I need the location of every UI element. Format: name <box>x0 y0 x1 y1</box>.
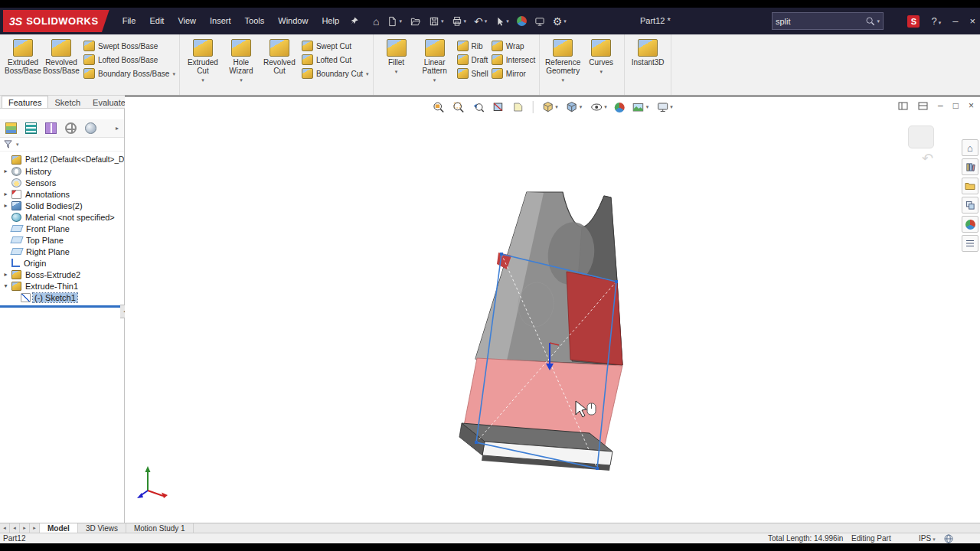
expand-icon[interactable]: ▸ <box>2 165 9 177</box>
panel-tabs-arrow-icon[interactable]: ▸ <box>116 125 119 132</box>
tab-scroll-first-icon[interactable]: ◂ <box>0 523 10 533</box>
ribbon-button-boundary-boss-base[interactable]: Boundary Boss/Base▾ <box>83 68 175 79</box>
apply-scene-icon[interactable]: ▾ <box>631 100 651 115</box>
graphics-area[interactable]: ▾ ▾ ▾ ▾ ▾ – □ <box>125 96 980 523</box>
menu-window[interactable]: Window <box>271 8 315 34</box>
tree-item-sensors[interactable]: Sensors <box>0 177 124 188</box>
ribbon-button-shell[interactable]: Shell <box>457 68 488 79</box>
propertymanager-tab-icon[interactable] <box>25 122 37 134</box>
menu-tools[interactable]: Tools <box>238 8 272 34</box>
expand-icon[interactable]: ▸ <box>2 188 9 200</box>
view-palette-icon[interactable] <box>962 197 978 214</box>
menu-view[interactable]: View <box>171 8 203 34</box>
exit-sketch-icon[interactable] <box>908 126 934 148</box>
zoom-area-icon[interactable] <box>450 99 466 115</box>
tab-sketch[interactable]: Sketch <box>48 96 87 108</box>
tree-root[interactable]: Part12 (Default<<Default>_Display State <box>0 154 124 165</box>
rollback-bar[interactable] <box>0 305 124 308</box>
status-units[interactable]: IPS▾ <box>919 534 936 544</box>
tree-item-solid-bodies[interactable]: ▸ Solid Bodies(2) <box>0 200 124 211</box>
tree-item-sketch1[interactable]: (-) Sketch1 <box>0 292 124 303</box>
ribbon-button-lofted-boss-base[interactable]: Lofted Boss/Base <box>83 54 175 65</box>
menu-edit[interactable]: Edit <box>142 8 171 34</box>
filter-caret-icon[interactable]: ▾ <box>16 142 19 148</box>
print-button[interactable]: ▾ <box>449 12 470 31</box>
hide-show-items-icon[interactable]: ▾ <box>588 99 609 115</box>
display-settings-button[interactable] <box>531 12 548 31</box>
home-button[interactable]: ⌂ <box>370 12 382 31</box>
ribbon-button-boundary-cut[interactable]: Boundary Cut▾ <box>302 68 369 79</box>
expand-icon[interactable]: ▸ <box>2 269 9 280</box>
menu-help[interactable]: Help <box>315 8 346 34</box>
doc-minimize-button[interactable]: – <box>938 100 943 111</box>
file-explorer-icon[interactable] <box>962 178 978 194</box>
ribbon-button-extruded-boss-base[interactable]: Extruded Boss/Base <box>4 37 42 75</box>
tab-features[interactable]: Features <box>2 96 48 108</box>
save-button[interactable]: ▾ <box>426 12 447 31</box>
tree-item-front-plane[interactable]: Front Plane <box>0 223 124 234</box>
tree-item-origin[interactable]: Origin <box>0 257 124 269</box>
new-document-button[interactable]: ▾ <box>384 12 405 31</box>
select-button[interactable]: ▾ <box>492 12 512 31</box>
ribbon-button-curves[interactable]: Curves ▾ <box>582 37 620 76</box>
edit-appearance-icon[interactable] <box>613 101 626 114</box>
undo-button[interactable]: ↶▾ <box>471 12 490 31</box>
ribbon-button-linear-pattern[interactable]: Linear Pattern ▾ <box>416 37 454 84</box>
display-style-icon[interactable]: ▾ <box>564 99 584 115</box>
view-orientation-icon[interactable]: ▾ <box>540 99 560 115</box>
featuremanager-tab-icon[interactable] <box>5 122 17 134</box>
tree-item-extrude-thin1[interactable]: ▾ Extrude-Thin1 <box>0 280 124 292</box>
tree-item-right-plane[interactable]: Right Plane <box>0 246 124 257</box>
search-icon[interactable] <box>865 16 875 26</box>
annotation-views-icon[interactable] <box>510 99 525 115</box>
tree-item-top-plane[interactable]: Top Plane <box>0 234 124 246</box>
ribbon-button-fillet[interactable]: Fillet ▾ <box>377 37 416 76</box>
doc-close-button[interactable]: × <box>969 100 974 111</box>
design-library-icon[interactable] <box>962 158 978 175</box>
options-button[interactable]: ⚙▾ <box>550 12 570 31</box>
pane-split-left-icon[interactable] <box>898 102 908 110</box>
ribbon-button-reference-geometry[interactable]: Reference Geometry ▾ <box>544 37 582 84</box>
ribbon-button-lofted-cut[interactable]: Lofted Cut <box>302 54 369 65</box>
tab-scroll-next-icon[interactable]: ▸ <box>20 523 30 533</box>
tab-motion-study-1[interactable]: Motion Study 1 <box>126 523 194 533</box>
tab-model[interactable]: Model <box>40 523 78 533</box>
tree-item-history[interactable]: ▸ History <box>0 165 124 177</box>
configurationmanager-tab-icon[interactable] <box>45 122 57 134</box>
ribbon-button-hole-wizard[interactable]: Hole Wizard ▾ <box>222 37 260 84</box>
appearances-scenes-icon[interactable] <box>962 216 978 233</box>
pane-split-top-icon[interactable] <box>918 102 928 110</box>
dimxpert-tab-icon[interactable] <box>65 122 77 134</box>
expand-icon[interactable]: ▸ <box>2 200 9 211</box>
section-view-icon[interactable] <box>490 99 505 115</box>
zoom-fit-icon[interactable] <box>430 99 446 115</box>
tree-item-annotations[interactable]: ▸ Annotations <box>0 188 124 200</box>
view-settings-icon[interactable]: ▾ <box>655 99 675 115</box>
ribbon-button-revolved-cut[interactable]: Revolved Cut <box>260 37 299 75</box>
collapse-icon[interactable]: ▾ <box>2 280 9 292</box>
ribbon-button-swept-boss-base[interactable]: Swept Boss/Base <box>83 41 175 51</box>
custom-properties-icon[interactable] <box>962 235 978 252</box>
tab-scroll-prev-icon[interactable]: ◂ <box>10 523 20 533</box>
minimize-button[interactable]: – <box>952 15 958 27</box>
open-button[interactable] <box>407 12 424 31</box>
pin-icon[interactable] <box>346 12 362 31</box>
model-selected-face-right[interactable] <box>567 272 622 365</box>
ribbon-button-wrap[interactable]: Wrap <box>492 41 535 51</box>
ribbon-button-draft[interactable]: Draft <box>457 54 488 65</box>
close-button[interactable]: × <box>969 15 975 27</box>
cancel-sketch-arrow-icon[interactable]: ↶ <box>922 150 933 167</box>
help-button[interactable]: ?▾ <box>931 15 941 27</box>
ribbon-button-extruded-cut[interactable]: Extruded Cut ▾ <box>184 37 222 84</box>
previous-view-icon[interactable] <box>470 99 485 115</box>
ribbon-button-revolved-boss-base[interactable]: Revolved Boss/Base <box>42 37 80 75</box>
tree-item-material[interactable]: Material <not specified> <box>0 211 124 223</box>
menu-file[interactable]: File <box>116 8 143 34</box>
ribbon-button-swept-cut[interactable]: Swept Cut <box>302 41 369 51</box>
status-globe-icon[interactable] <box>944 534 953 543</box>
ribbon-button-intersect[interactable]: Intersect <box>492 54 535 65</box>
ribbon-button-instant3d[interactable]: Instant3D <box>629 37 667 67</box>
displaymanager-tab-icon[interactable] <box>85 122 96 134</box>
resources-home-icon[interactable]: ⌂ <box>962 139 978 156</box>
search-caret-icon[interactable]: ▾ <box>877 18 880 24</box>
